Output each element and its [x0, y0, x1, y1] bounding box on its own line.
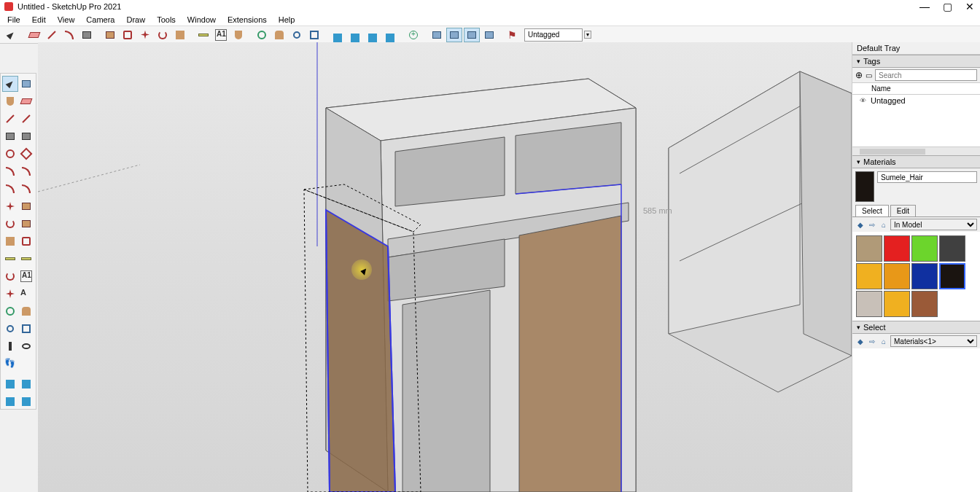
select-target[interactable]: Materials<1>: [890, 335, 977, 347]
minimize-button[interactable]: —: [919, 1, 930, 12]
swatch-navy[interactable]: [911, 263, 938, 289]
tb-position[interactable]: [2, 338, 18, 354]
maximize-button[interactable]: ▢: [943, 1, 952, 12]
tb-zoomext[interactable]: [18, 321, 34, 337]
tb-dimension[interactable]: [18, 251, 34, 267]
tb-section3[interactable]: [2, 391, 18, 407]
scale-tool[interactable]: [172, 28, 188, 42]
menu-file[interactable]: File: [3, 14, 25, 26]
text-tool[interactable]: A1: [213, 28, 229, 42]
tags-scrollbar[interactable]: [852, 147, 980, 155]
tb-pushpull[interactable]: [18, 198, 34, 214]
material-name-input[interactable]: [877, 171, 977, 183]
tb-arc2[interactable]: [18, 163, 34, 179]
nav-fwd-icon[interactable]: ⇨: [867, 219, 877, 230]
tb-paint[interactable]: [2, 93, 18, 109]
pan-tool[interactable]: [271, 28, 287, 42]
tb-zoom[interactable]: [2, 321, 18, 337]
xray-tool-1[interactable]: [429, 28, 445, 42]
tb-3dtext[interactable]: A: [18, 286, 34, 302]
tb-rotrect[interactable]: [18, 128, 34, 144]
nav-back-icon[interactable]: ◆: [855, 219, 866, 230]
eraser-tool[interactable]: [26, 28, 42, 42]
tb-followme[interactable]: [18, 216, 34, 232]
line-tool[interactable]: [44, 28, 60, 42]
tb-text[interactable]: A1: [18, 268, 34, 284]
tb-select[interactable]: [2, 76, 18, 92]
sel-fwd-icon[interactable]: ⇨: [867, 336, 877, 346]
xray-tool-3[interactable]: [464, 28, 480, 42]
tb-orbit[interactable]: [2, 303, 18, 319]
tb-eraser[interactable]: [18, 93, 34, 109]
rectangle-tool[interactable]: [79, 28, 95, 42]
nav-home-icon[interactable]: ⌂: [879, 219, 889, 230]
rotate-tool[interactable]: [155, 28, 171, 42]
orbit-tool[interactable]: [254, 28, 270, 42]
tb-circle[interactable]: [2, 146, 18, 162]
move-tool[interactable]: [137, 28, 153, 42]
menu-draw[interactable]: Draw: [122, 14, 149, 26]
swatch-dark-gray[interactable]: [939, 235, 965, 262]
menu-help[interactable]: Help: [274, 14, 300, 26]
menu-extensions[interactable]: Extensions: [223, 14, 271, 26]
menu-view[interactable]: View: [53, 14, 79, 26]
paint-tool[interactable]: [230, 28, 246, 42]
tag-selector[interactable]: [524, 28, 583, 42]
offset-tool[interactable]: [120, 28, 136, 42]
section-tool-1[interactable]: [330, 28, 346, 42]
close-button[interactable]: ✕: [965, 1, 974, 12]
zoom-tool[interactable]: [289, 28, 305, 42]
add-tag-icon[interactable]: ⊕: [855, 70, 863, 80]
swatch-red[interactable]: [884, 235, 910, 262]
tb-walk[interactable]: 👣: [2, 356, 18, 372]
menu-edit[interactable]: Edit: [28, 14, 50, 26]
tb-axes[interactable]: [2, 286, 18, 302]
tb-rotate[interactable]: [2, 216, 18, 232]
select-header[interactable]: Select: [852, 321, 980, 334]
section-tool-2[interactable]: [347, 28, 363, 42]
swatch-brown[interactable]: [911, 291, 938, 317]
swatch-yellow-right[interactable]: [884, 291, 910, 317]
tags-header[interactable]: Tags: [852, 55, 980, 68]
xray-tool-2[interactable]: [446, 28, 462, 42]
viewport[interactable]: 585 mm: [38, 42, 852, 492]
tag-untagged[interactable]: Untagged: [852, 95, 980, 106]
tb-protractor[interactable]: [2, 268, 18, 284]
menu-camera[interactable]: Camera: [82, 14, 119, 26]
tb-line[interactable]: [2, 111, 18, 127]
tb-rect[interactable]: [2, 128, 18, 144]
add-location-tool[interactable]: [405, 28, 421, 42]
xray-tool-4[interactable]: [481, 28, 497, 42]
sel-home-icon[interactable]: ⌂: [879, 336, 889, 346]
tag-folder-icon[interactable]: ▭: [866, 71, 872, 79]
tag-dropdown-icon[interactable]: ▾: [584, 31, 591, 39]
tb-offset[interactable]: [18, 233, 34, 249]
menu-tools[interactable]: Tools: [152, 14, 180, 26]
tb-section2[interactable]: [18, 373, 34, 389]
tb-polygon[interactable]: [18, 146, 34, 162]
tb-arc1[interactable]: [2, 163, 18, 179]
tb-section1[interactable]: [2, 373, 18, 389]
tape-tool[interactable]: [195, 28, 211, 42]
menu-window[interactable]: Window: [183, 14, 220, 26]
select-tool[interactable]: [3, 28, 19, 42]
swatch-orange-right[interactable]: [856, 263, 882, 289]
tb-freehand[interactable]: [18, 111, 34, 127]
tab-edit[interactable]: Edit: [890, 205, 916, 216]
swatch-tan[interactable]: [856, 235, 882, 262]
tb-arc3[interactable]: [2, 181, 18, 197]
tb-move[interactable]: [2, 198, 18, 214]
sel-back-icon[interactable]: ◆: [855, 336, 866, 346]
tag-search-input[interactable]: [875, 69, 977, 81]
tb-pan[interactable]: [18, 303, 34, 319]
material-library-select[interactable]: In Model: [890, 219, 977, 230]
section-tool-4[interactable]: [382, 28, 398, 42]
swatch-dark-brown[interactable]: [939, 263, 965, 289]
tb-section4[interactable]: [18, 391, 34, 407]
tb-scale[interactable]: [2, 233, 18, 249]
tb-tape[interactable]: [2, 251, 18, 267]
swatch-green[interactable]: [911, 235, 938, 262]
pushpull-tool[interactable]: [102, 28, 118, 42]
tab-select[interactable]: Select: [855, 205, 889, 216]
zoom-extents-tool[interactable]: [306, 28, 322, 42]
